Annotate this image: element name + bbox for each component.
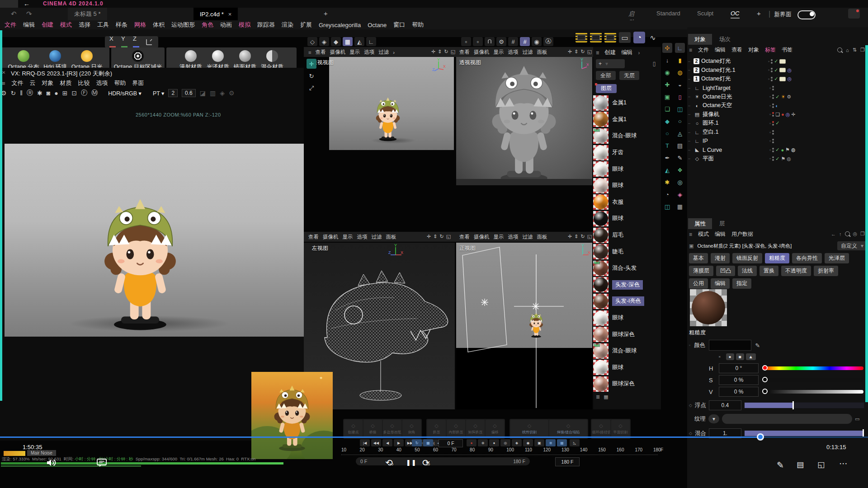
frame-range-bar[interactable]: 0 F 180 F xyxy=(356,457,530,465)
enable-toggle[interactable]: ▫ xyxy=(769,86,771,90)
crosshair-tag-icon[interactable]: ✛ xyxy=(791,112,795,117)
menu-渲染[interactable]: 渲染 xyxy=(282,21,293,29)
tool-icon-toolcolB-0[interactable]: ∟ xyxy=(675,43,685,53)
search-icon[interactable] xyxy=(837,47,842,52)
lv-menu-选项[interactable]: 选项 xyxy=(96,79,108,87)
channel-tab-粗糙度[interactable]: 粗糙度 xyxy=(765,253,789,263)
expand-icon[interactable]: ◦ xyxy=(689,343,690,347)
up-icon[interactable]: ↑ xyxy=(839,231,842,237)
key-icon[interactable]: ◇ xyxy=(689,431,692,436)
vp-menu-查看[interactable]: 查看 xyxy=(308,234,319,240)
vp-menu-摄像机[interactable]: 摄像机 xyxy=(323,234,339,240)
undo-icon[interactable]: ↶ xyxy=(11,10,17,18)
gamma-field[interactable]: 0.6 xyxy=(182,89,196,97)
back-icon[interactable]: ← xyxy=(831,231,836,237)
keyframe-bar-button[interactable]: ▦ xyxy=(423,439,433,446)
visibility-dots[interactable] xyxy=(772,103,774,108)
target-tag-icon[interactable]: ◎ xyxy=(787,67,792,73)
menu-模拟[interactable]: 模拟 xyxy=(239,21,250,29)
material-row[interactable]: 头发-l亮色 xyxy=(593,293,661,310)
tool-icon-toolcolA-8[interactable]: T xyxy=(662,141,672,150)
vp-menu-面板[interactable]: 面板 xyxy=(537,234,547,240)
material-row[interactable]: 眼球 xyxy=(593,310,661,326)
loop-button[interactable]: ↻ xyxy=(412,439,422,446)
mesh-command-矩阵挤压[interactable]: ◇矩阵挤压 xyxy=(466,420,485,438)
layout-tab-Standard[interactable]: Standard xyxy=(656,10,680,17)
V-field[interactable]: 0 % xyxy=(719,387,759,397)
archive-icon[interactable]: ▭ xyxy=(619,32,631,43)
enable-toggle[interactable]: ▫ xyxy=(769,130,771,135)
sun-tag-icon[interactable]: ☀ xyxy=(781,94,785,100)
pan-icon[interactable]: ✛ xyxy=(568,234,572,239)
vp-menu-过滤[interactable]: 过滤 xyxy=(523,234,533,240)
enable-toggle[interactable]: ▫ xyxy=(769,156,771,161)
vp-menu-查看[interactable]: 查看 xyxy=(316,49,326,56)
menu-Octane[interactable]: Octane xyxy=(368,22,387,28)
mesh-command-循环/路径切割[interactable]: ◇循环/路径切割 xyxy=(592,420,610,438)
menu-跟踪器[interactable]: 跟踪器 xyxy=(257,21,275,29)
tool-icon-toolcolB-10[interactable]: ❖ xyxy=(675,165,685,175)
target-tag-icon[interactable]: ◎ xyxy=(786,112,790,117)
lv-extra-icon-1[interactable]: ▥ xyxy=(210,89,216,97)
rewind-10-icon[interactable]: ⟲10 xyxy=(385,457,393,468)
lv-extra-icon-0[interactable]: ◪ xyxy=(200,89,206,97)
tool-icon-toolcolB-4[interactable]: ▯ xyxy=(675,92,685,102)
box-tag-icon[interactable]: ❏ xyxy=(775,112,780,117)
object-row-平面[interactable]: –◇平面▫✓⚑◍ xyxy=(687,155,868,164)
add-layer-button[interactable]: +▾ xyxy=(596,59,625,68)
reddot-tag-icon[interactable]: ● xyxy=(781,112,784,117)
lv-menu-云[interactable]: 云 xyxy=(30,79,36,87)
layout-tab-OC[interactable]: OC xyxy=(731,10,740,19)
tab-对象[interactable]: 对象 xyxy=(688,34,712,45)
menu-窗口[interactable]: 窗口 xyxy=(393,21,405,29)
material-row[interactable]: 牙齿 xyxy=(593,144,661,161)
channel-tab-公用[interactable]: 公用 xyxy=(689,278,708,289)
channel-tab-基本[interactable]: 基本 xyxy=(689,253,708,263)
object-row-L Curve[interactable]: –◣L Curve▫✓●⚑◍ xyxy=(687,145,868,155)
vp-menu-选项[interactable]: 选项 xyxy=(508,234,519,240)
enable-toggle[interactable]: ▫ xyxy=(769,94,771,99)
object-row-空白.1[interactable]: –∟空白.1▫ xyxy=(687,128,868,137)
tool-icon-toolcolA-3[interactable]: ✚ xyxy=(662,80,672,89)
menu-角色[interactable]: 角色 xyxy=(202,21,213,29)
lv-tool-icon-7[interactable]: ⊞ xyxy=(62,89,68,97)
scale-tool-icon[interactable]: ⤢ xyxy=(307,83,316,93)
tool-icon-toolcolA-2[interactable]: ◉ xyxy=(662,67,672,77)
material-row[interactable]: MIX混合-眼球 xyxy=(593,343,661,359)
material-row[interactable]: 眉毛 xyxy=(593,227,661,244)
lv-tool-icon-1[interactable]: ↻ xyxy=(11,89,16,97)
record-icon-8[interactable]: ▦ xyxy=(557,439,567,446)
key-icon[interactable]: ◇ xyxy=(689,403,692,408)
tool-icon-toolcolA-6[interactable]: ◆ xyxy=(662,116,672,126)
lv-menu-对象[interactable]: 对象 xyxy=(42,79,54,87)
tool-icon-toolcolA-9[interactable]: ✒ xyxy=(662,153,672,163)
lv-menu-帮助[interactable]: 帮助 xyxy=(114,79,126,87)
team-render-icon[interactable] xyxy=(604,33,616,42)
back-arrow-icon[interactable]: ← xyxy=(24,0,30,7)
channel-tab-薄膜层[interactable]: 薄膜层 xyxy=(689,266,713,276)
om-menu-书签[interactable]: 书签 xyxy=(782,46,793,54)
material-row[interactable]: 金属1 xyxy=(593,95,661,112)
visibility-dots[interactable] xyxy=(772,121,774,126)
zoom-icon[interactable]: ⇕ xyxy=(438,49,442,55)
mode-button-5[interactable]: ∟ xyxy=(366,37,376,46)
target-tag-icon[interactable]: ◎ xyxy=(787,76,792,82)
color-swatch[interactable] xyxy=(709,340,751,351)
menu-模式[interactable]: 模式 xyxy=(60,21,72,29)
visibility-dots[interactable] xyxy=(772,94,774,99)
channel-tab-指定[interactable]: 指定 xyxy=(732,278,751,289)
channel-tab-各向异性[interactable]: 各向异性 xyxy=(792,253,822,263)
material-row[interactable]: 衣服 xyxy=(593,194,661,211)
snap-button-6[interactable]: ◉ xyxy=(532,37,542,46)
sphereblue-tag-icon[interactable]: ◐ xyxy=(775,103,778,108)
material-menu-create[interactable]: 创建 xyxy=(604,49,616,56)
prev-key-button[interactable]: ◀◀ xyxy=(371,439,381,446)
vp-menu-摄像机[interactable]: 摄像机 xyxy=(474,234,490,240)
snap-button-1[interactable]: ▫ xyxy=(473,37,483,46)
goto-start-button[interactable]: |◀ xyxy=(360,439,370,446)
record-icon-0[interactable]: ● xyxy=(467,439,476,446)
filter-icon[interactable]: ⇅ xyxy=(853,47,857,53)
close-tab-icon[interactable]: × xyxy=(228,11,232,18)
enable-toggle[interactable]: ▫ xyxy=(769,148,771,152)
mesh-command-创建点[interactable]: ◇创建点 xyxy=(344,420,363,438)
